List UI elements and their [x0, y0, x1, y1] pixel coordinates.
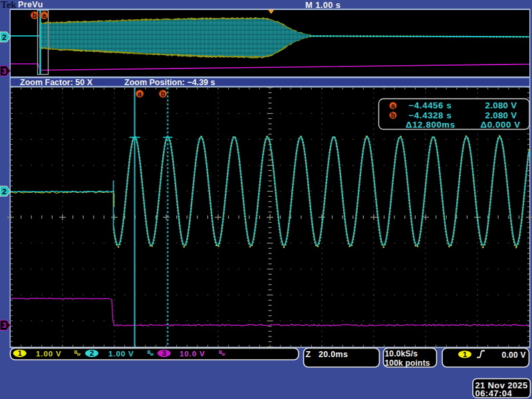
svg-text:Zoom Factor: 50 X: Zoom Factor: 50 X: [20, 78, 93, 87]
svg-text:b: b: [391, 111, 395, 119]
svg-text:−4.4456 s: −4.4456 s: [409, 100, 452, 110]
svg-text:W: W: [77, 352, 81, 356]
svg-text:a: a: [138, 90, 142, 98]
svg-text:W: W: [221, 352, 225, 356]
svg-text:1: 1: [463, 350, 467, 358]
svg-text:−4.4328 s: −4.4328 s: [409, 110, 452, 120]
svg-text:20.0ms: 20.0ms: [319, 350, 348, 359]
svg-text:2: 2: [2, 188, 6, 196]
svg-text:2: 2: [90, 349, 94, 357]
svg-text:1.00 V: 1.00 V: [36, 350, 62, 358]
svg-text:Zoom Position: −4.39 s: Zoom Position: −4.39 s: [124, 78, 215, 87]
svg-text:2: 2: [2, 33, 6, 41]
svg-text:Tek: Tek: [1, 0, 17, 10]
svg-text:Δ0.000 V: Δ0.000 V: [481, 120, 521, 130]
svg-text:2.080 V: 2.080 V: [485, 100, 517, 110]
svg-text:1.00 V: 1.00 V: [108, 350, 134, 358]
svg-text:3: 3: [2, 321, 6, 329]
svg-text:2.080 V: 2.080 V: [485, 110, 517, 120]
svg-text:a: a: [391, 102, 395, 110]
svg-text:1: 1: [18, 349, 22, 357]
svg-text:PreVu: PreVu: [18, 0, 43, 9]
svg-text:100k points: 100k points: [385, 358, 430, 368]
svg-text:06:47:04: 06:47:04: [475, 388, 513, 398]
svg-text:3: 3: [2, 67, 6, 75]
svg-text:b: b: [33, 11, 37, 19]
svg-text:W: W: [150, 352, 154, 356]
svg-text:b: b: [161, 90, 165, 98]
svg-text:M 1.00 s: M 1.00 s: [305, 0, 340, 10]
svg-text:0.00 V: 0.00 V: [502, 350, 526, 360]
svg-text:10.0kS/s: 10.0kS/s: [385, 349, 418, 358]
svg-text:3: 3: [162, 349, 166, 357]
svg-text:a: a: [43, 11, 47, 19]
svg-text:Δ12.800ms: Δ12.800ms: [406, 120, 456, 130]
svg-text:Z: Z: [306, 350, 311, 359]
svg-text:10.0 V: 10.0 V: [180, 350, 205, 358]
